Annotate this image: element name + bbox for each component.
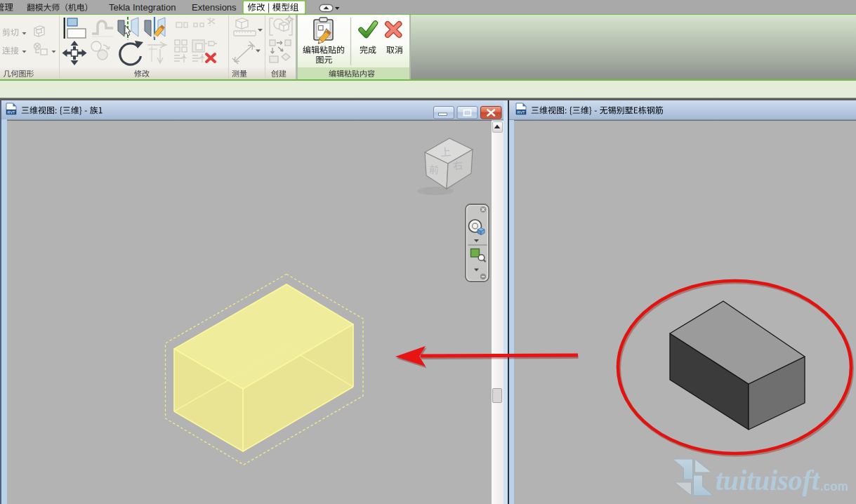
svg-text:RVT: RVT xyxy=(518,110,526,114)
svg-text:RVT: RVT xyxy=(8,110,16,114)
svg-text:.com: .com xyxy=(820,479,848,493)
svg-text:tuituisoft: tuituisoft xyxy=(716,464,820,496)
svg-text:Extensions: Extensions xyxy=(192,2,237,13)
svg-text:Tekla Integration: Tekla Integration xyxy=(109,2,176,13)
